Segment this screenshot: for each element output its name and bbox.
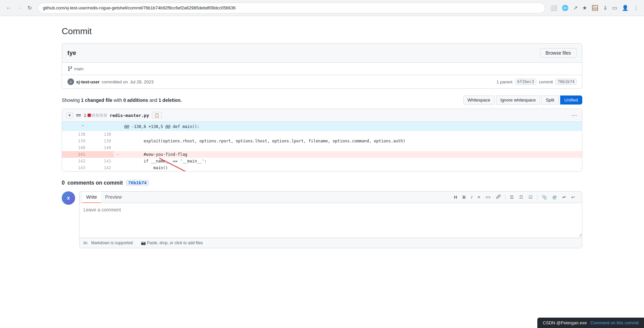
profile-icon[interactable]: 👤 (621, 3, 630, 12)
undo-button[interactable]: ↩ (570, 194, 577, 201)
old-line-138: 138 (62, 131, 88, 138)
attach-button[interactable]: 📎 (540, 194, 549, 201)
parent-label: 1 parent (496, 79, 513, 84)
whitespace-button[interactable]: Whitespace (463, 95, 495, 105)
ordered-list-button[interactable]: ☶ (518, 194, 525, 201)
screen-cast-icon[interactable]: ⬜ (549, 3, 558, 12)
old-line-141: 141 (62, 151, 88, 158)
download-icon[interactable]: ⇓ (602, 3, 609, 12)
commit-action: committed on (102, 79, 128, 84)
file-diff: ▼ 1 redis-master.py 📋 ⋯ (62, 109, 582, 172)
split-view-button[interactable]: Split (541, 95, 558, 105)
changed-files: 1 changed file (81, 97, 112, 103)
diff-container: @@ -138,6 +138,5 @@ def main(): 138 138 … (62, 122, 582, 171)
branch-tag: main (67, 66, 84, 71)
italic-button[interactable]: I (469, 194, 474, 201)
code-138 (121, 131, 582, 138)
heading-button[interactable]: H (452, 194, 459, 201)
tab-group: Write Preview (82, 192, 126, 203)
commit-card: tye Browse files main x xj-test-user com… (62, 43, 582, 89)
translate-icon[interactable]: 🌐 (560, 3, 570, 12)
code-139: exploit(options.rhost, options.rport, op… (121, 138, 582, 144)
additions-count: 0 additions (123, 97, 148, 103)
copy-path-button[interactable]: 📋 (152, 112, 162, 119)
url-input[interactable] (43, 5, 540, 10)
reload-button[interactable]: ↻ (25, 3, 34, 12)
comment-input[interactable] (79, 203, 582, 237)
unified-view-button[interactable]: Unified (560, 95, 582, 105)
attach-label: 📷 Paste, drop, or click to add files (141, 241, 203, 245)
diff-bar-n3 (100, 114, 103, 117)
link-button[interactable] (494, 193, 502, 201)
collapse-button[interactable]: ▼ (66, 112, 73, 118)
diff-line-140: 140 140 (62, 144, 582, 151)
comments-section: 0 comments on commit 76b1b74 x Write Pre… (62, 180, 582, 248)
mention-button[interactable]: @ (551, 194, 558, 201)
commit-card-footer: x xj-test-user committed on Jul 28, 2023… (62, 75, 582, 88)
extensions-icon[interactable]: 🪟 (590, 3, 600, 12)
new-line-138: 138 (88, 131, 114, 138)
comment-box-wrapper: x Write Preview H B I ≡ <> (62, 191, 582, 248)
old-line-142: 142 (62, 158, 88, 165)
share-icon[interactable]: ↗ (572, 3, 579, 12)
code-142: if __name__ == '__main__': (121, 158, 582, 165)
page-content: Commit tye Browse files main x xj-test-u… (54, 16, 590, 258)
old-line-143: 143 (62, 165, 88, 171)
browser-chrome: ← → ↻ ⬜ 🌐 ↗ ★ 🪟 ⇓ ▭ 👤 ⋮ (0, 0, 644, 16)
comments-hash: 76b1b74 (125, 180, 149, 186)
commit-author: x xj-test-user committed on Jul 28, 2023 (67, 78, 154, 85)
bookmark-icon[interactable]: ★ (581, 3, 588, 12)
ref-button[interactable]: ⇌ (560, 194, 568, 201)
diff-stats-text: Showing 1 changed file with 0 additions … (62, 97, 182, 103)
hunk-new-num (88, 122, 114, 131)
back-button[interactable]: ← (4, 4, 13, 12)
commit-full-hash[interactable]: 76b1b74 (555, 79, 577, 85)
diff-line-139: 139 139 exploit(options.rhost, options.r… (62, 138, 582, 144)
diff-view-controls: Whitespace Ignore whitespace Split Unifi… (463, 95, 582, 105)
address-bar[interactable] (38, 3, 545, 13)
sign-143 (114, 165, 121, 171)
file-more-options-button[interactable]: ⋯ (571, 112, 578, 119)
ignore-whitespace-button[interactable]: Ignore whitespace (496, 95, 540, 105)
file-diff-header-left: ▼ 1 redis-master.py 📋 (66, 112, 162, 119)
user-avatar: x (62, 191, 75, 205)
quote-button[interactable]: ≡ (476, 194, 482, 201)
old-line-139: 139 (62, 138, 88, 144)
code-button[interactable]: <> (484, 194, 492, 201)
comments-header: 0 comments on commit 76b1b74 (62, 180, 582, 186)
hunk-sign (114, 122, 121, 131)
page-title: Commit (62, 26, 582, 37)
preview-tab[interactable]: Preview (101, 192, 126, 203)
markdown-icon: M↓ (84, 241, 89, 245)
diff-line-141-del: 141 - #wow-you-find-flag (62, 151, 582, 158)
code-140 (121, 144, 582, 151)
task-list-button[interactable]: ☑ (527, 194, 534, 201)
diff-line-142: 142 141 if __name__ == '__main__': (62, 158, 582, 165)
comment-editor-tabs: Write Preview H B I ≡ <> ☰ ☶ (79, 192, 582, 203)
diff-line-143: 143 142 main() (62, 165, 582, 171)
parent-hash[interactable]: 6f2bec3 (515, 79, 536, 85)
new-line-139: 139 (88, 138, 114, 144)
forward-button[interactable]: → (15, 4, 24, 12)
commit-card-header: tye Browse files (62, 44, 582, 63)
write-tab[interactable]: Write (82, 192, 101, 203)
sign-141: - (114, 151, 121, 158)
unordered-list-button[interactable]: ☰ (508, 194, 516, 201)
code-141: #wow-you-find-flag (121, 151, 582, 158)
browse-files-button[interactable]: Browse files (540, 48, 577, 58)
commit-label: commit (539, 79, 553, 84)
diff-stats-line: Showing 1 changed file with 0 additions … (62, 95, 582, 105)
bold-button[interactable]: B (461, 194, 467, 201)
author-name[interactable]: xj-test-user (76, 79, 100, 84)
tab-icon[interactable]: ▭ (611, 3, 619, 12)
browser-actions: ⬜ 🌐 ↗ ★ 🪟 ⇓ ▭ 👤 ⋮ (549, 3, 640, 12)
toolbar-sep-1 (505, 195, 505, 200)
nav-buttons: ← → ↻ (4, 3, 34, 12)
comment-toolbar: H B I ≡ <> ☰ ☶ ☑ 📎 @ (450, 192, 579, 202)
menu-icon[interactable]: ⋮ (632, 3, 640, 12)
diff-bar-n2 (96, 114, 99, 117)
code-143: main() (121, 165, 582, 171)
file-name: redis-master.py (110, 113, 149, 118)
comments-count: 0 (62, 180, 65, 186)
commit-meta: main (62, 63, 582, 75)
